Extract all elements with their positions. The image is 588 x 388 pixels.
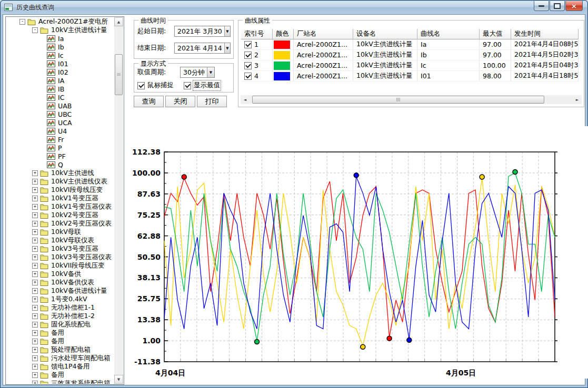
device-tree[interactable]: -Acrel-2000Z1#变电所-10kV主供进线计量IaIbIcI01I02… [6, 17, 114, 384]
titlebar[interactable]: 历史曲线查询 × [1, 1, 587, 14]
tree-item[interactable]: +10kV1号变压器 [6, 194, 114, 202]
table-row[interactable]: 4Acrel-2000Z1...10kV主供进线计量I0198.002021年4… [241, 71, 579, 81]
tree-item[interactable]: P [6, 144, 114, 152]
curve-visible-checkbox[interactable] [244, 73, 252, 80]
expand-icon[interactable]: + [32, 196, 38, 201]
tree-item[interactable]: +备用 [6, 329, 114, 337]
tree-item[interactable]: +污水处理车间配电箱 [6, 354, 114, 362]
scroll-down-button[interactable]: ▼ [114, 375, 123, 384]
tree-item[interactable]: +10kV3号变压器 [6, 244, 114, 253]
tree-item[interactable]: Fr [6, 135, 114, 144]
tree-item[interactable]: IA [6, 76, 114, 85]
mouse-capture-checkbox[interactable] [137, 82, 145, 89]
expand-icon[interactable]: + [32, 204, 38, 210]
chart-canvas[interactable]: 112.38100.0087.6375.2562.8850.5038.1325.… [127, 126, 588, 379]
column-header[interactable]: 索引号 [241, 29, 273, 39]
tree-item[interactable]: +10kVI段母线压变 [6, 186, 114, 194]
tree-item[interactable]: +10kV1号变压器仪表 [6, 202, 114, 211]
tree-item[interactable]: -Acrel-2000Z1#变电所 [6, 17, 114, 26]
curve-visible-checkbox[interactable] [244, 62, 252, 69]
end-date-dropdown-button[interactable]: ▼ [224, 43, 230, 53]
tree-item[interactable]: UBC [6, 110, 114, 118]
tree-item[interactable]: Ia [6, 34, 114, 43]
expand-icon[interactable]: + [32, 305, 38, 311]
tree-item[interactable]: +10kVII段母线压变 [6, 261, 114, 270]
scroll-left-button[interactable]: ◄ [241, 95, 250, 104]
restore-button[interactable] [550, 1, 565, 11]
tree-vertical-scrollbar[interactable]: ▲ ▼ [114, 17, 123, 384]
scroll-right-button[interactable]: ► [573, 95, 582, 104]
expand-icon[interactable]: + [32, 372, 38, 378]
close-dialog-button[interactable]: 关闭 [165, 96, 195, 107]
minimize-button[interactable] [534, 1, 549, 11]
expand-icon[interactable]: + [32, 246, 38, 252]
expand-icon[interactable]: + [32, 263, 38, 269]
show-extremes-checkbox[interactable] [184, 82, 191, 89]
expand-icon[interactable]: + [32, 347, 38, 353]
tree-item[interactable]: +无功补偿柜1-1 [6, 303, 114, 312]
table-row[interactable]: 1Acrel-2000Z1...10kV主供进线计量Ia97.002021年4月… [241, 39, 579, 50]
query-button[interactable]: 查询 [134, 96, 164, 107]
tree-item[interactable]: +10kV备供仪表 [6, 278, 114, 287]
curve-visible-checkbox[interactable] [244, 52, 252, 59]
tree-item[interactable]: +10kV备供 [6, 270, 114, 278]
expand-icon[interactable]: + [32, 330, 38, 336]
expand-icon[interactable]: + [32, 238, 38, 243]
tree-item[interactable]: +10kV母联仪表 [6, 236, 114, 244]
column-header[interactable]: 厂站名 [294, 29, 353, 39]
tree-scrollbar-thumb[interactable] [115, 54, 123, 95]
tree-item[interactable]: U4 [6, 127, 114, 135]
expand-icon[interactable]: + [32, 229, 38, 235]
tree-item[interactable]: +10kV母联 [6, 228, 114, 236]
table-horizontal-scrollbar[interactable]: ◄ ► [241, 95, 582, 104]
tree-item[interactable]: Ic [6, 51, 114, 59]
expand-icon[interactable]: + [32, 355, 38, 361]
expand-icon[interactable]: + [32, 322, 38, 328]
expand-icon[interactable]: + [32, 288, 38, 294]
tree-item[interactable]: Ib [6, 43, 114, 51]
tree-item[interactable]: -10kV主供进线计量 [6, 26, 114, 34]
tree-item[interactable]: I01 [6, 59, 114, 68]
expand-icon[interactable]: + [32, 170, 38, 176]
start-date-dropdown-button[interactable]: ▼ [224, 26, 230, 36]
tree-item[interactable]: +10kV3号变压器仪表 [6, 253, 114, 261]
period-select[interactable]: 30分钟 ▼ [180, 67, 215, 78]
tree-item[interactable]: +备用 [6, 371, 114, 379]
print-button[interactable]: 打印 [197, 96, 227, 107]
collapse-icon[interactable]: - [19, 19, 25, 25]
tree-item[interactable]: I02 [6, 68, 114, 76]
end-date-select[interactable]: 2021年 4月14 ▼ [174, 43, 231, 54]
column-header[interactable]: 最大值 [480, 29, 511, 39]
close-button[interactable]: × [565, 1, 583, 11]
expand-icon[interactable]: + [32, 381, 38, 384]
expand-icon[interactable]: + [32, 212, 38, 218]
tree-item[interactable]: +10kV主供进线 [6, 169, 114, 177]
tree-item[interactable]: +1号变0.4kV [6, 295, 114, 303]
curve-visible-checkbox[interactable] [244, 41, 252, 48]
scroll-up-button[interactable]: ▲ [114, 17, 123, 26]
tree-item[interactable]: IB [6, 85, 114, 93]
tree-item[interactable]: IC [6, 93, 114, 101]
expand-icon[interactable]: + [32, 297, 38, 302]
tree-item[interactable]: Q [6, 160, 114, 169]
table-row[interactable]: 3Acrel-2000Z1...10kV主供进线计量Ic100.002021年4… [241, 60, 579, 71]
tree-item[interactable]: +10kV2号变压器 [6, 211, 114, 219]
period-dropdown-button[interactable]: ▼ [207, 67, 214, 77]
tree-item[interactable]: +10kV主供进线仪表 [6, 177, 114, 186]
expand-icon[interactable]: + [32, 221, 38, 227]
tree-item[interactable]: +馈电1P4备用 [6, 362, 114, 371]
tree-item[interactable]: PF [6, 152, 114, 160]
tree-item[interactable]: +三效蒸发系统配电箱 [6, 379, 114, 384]
expand-icon[interactable]: + [32, 179, 38, 185]
expand-icon[interactable]: + [32, 364, 38, 370]
expand-icon[interactable]: + [32, 271, 38, 277]
column-header[interactable]: 颜色 [273, 29, 294, 39]
collapse-icon[interactable]: - [32, 27, 38, 33]
column-header[interactable]: 设备名 [353, 29, 417, 39]
table-row[interactable]: 2Acrel-2000Z1...10kV主供进线计量Ib97.002021年4月… [241, 50, 579, 60]
tree-item[interactable]: UAB [6, 101, 114, 110]
tree-item[interactable]: +10kV2号变压器仪表 [6, 219, 114, 228]
column-header[interactable]: 曲线名 [417, 29, 480, 39]
tree-item[interactable]: +10kV备供进线计量 [6, 287, 114, 295]
tree-item[interactable]: +备用 [6, 337, 114, 345]
